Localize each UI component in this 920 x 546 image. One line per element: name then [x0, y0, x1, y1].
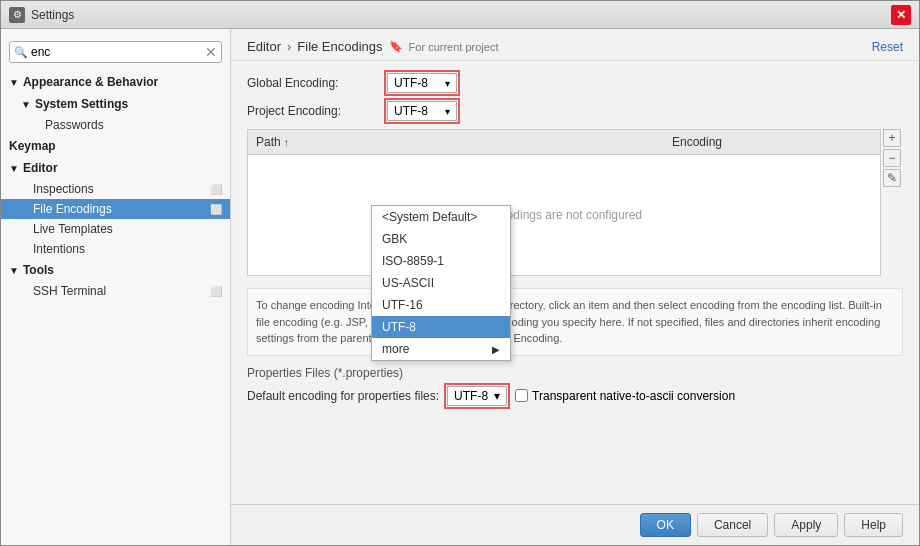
settings-window: ⚙ Settings ✕ 🔍 ✕ ▼ Appearance & Behavior… — [0, 0, 920, 546]
more-arrow-icon: ▶ — [492, 344, 500, 355]
reset-link[interactable]: Reset — [872, 40, 903, 54]
search-clear-icon[interactable]: ✕ — [205, 44, 217, 60]
bookmark-icon: 🔖 — [389, 40, 403, 53]
properties-encoding-label: Default encoding for properties files: — [247, 389, 439, 403]
breadcrumb-arrow-icon: › — [287, 39, 291, 54]
breadcrumb: Editor › File Encodings 🔖 For current pr… — [247, 39, 498, 54]
title-bar: ⚙ Settings ✕ — [1, 1, 919, 29]
main-header: Editor › File Encodings 🔖 For current pr… — [231, 29, 919, 61]
dropdown-item-more[interactable]: more ▶ — [372, 338, 510, 360]
sidebar: 🔍 ✕ ▼ Appearance & Behavior ▼ System Set… — [1, 29, 231, 545]
dropdown-arrow-icon: ▾ — [494, 389, 500, 403]
expand-arrow-icon: ▼ — [9, 77, 19, 88]
sidebar-item-appearance[interactable]: ▼ Appearance & Behavior — [1, 71, 230, 93]
encoding-column-header[interactable]: Encoding — [664, 133, 880, 151]
add-encoding-button[interactable]: + — [883, 129, 901, 147]
dropdown-item-iso-8859-1[interactable]: ISO-8859-1 — [372, 250, 510, 272]
sidebar-item-intentions[interactable]: Intentions — [1, 239, 230, 259]
path-column-header[interactable]: Path ↑ — [248, 133, 664, 151]
transparent-checkbox[interactable] — [515, 389, 528, 402]
search-box[interactable]: 🔍 ✕ — [9, 41, 222, 63]
dropdown-item-utf-16[interactable]: UTF-16 — [372, 294, 510, 316]
global-encoding-value: UTF-8 — [394, 76, 428, 90]
footer: OK Cancel Apply Help — [231, 504, 919, 545]
sort-asc-icon: ↑ — [284, 137, 289, 148]
table-action-buttons: + − ✎ — [883, 129, 901, 187]
description-text: To change encoding IntelliJ IDEA uses fo… — [256, 299, 882, 344]
global-encoding-dropdown[interactable]: UTF-8 ▾ — [387, 73, 457, 93]
sidebar-item-tools[interactable]: ▼ Tools — [1, 259, 230, 281]
dropdown-arrow-icon: ▾ — [445, 78, 450, 89]
transparent-checkbox-area: Transparent native-to-ascii conversion — [515, 389, 735, 403]
project-encoding-row: Project Encoding: UTF-8 ▾ — [247, 101, 903, 121]
inspections-icon: ⬜ — [210, 184, 222, 195]
table-body: Encodings are not configured — [248, 155, 880, 275]
window-title: Settings — [31, 8, 891, 22]
properties-encoding-dropdown[interactable]: UTF-8 ▾ — [447, 386, 507, 406]
global-encoding-label: Global Encoding: — [247, 76, 387, 90]
expand-arrow-icon: ▼ — [9, 163, 19, 174]
expand-arrow-icon: ▼ — [21, 99, 31, 110]
dropdown-item-us-ascii[interactable]: US-ASCII — [372, 272, 510, 294]
sidebar-item-ssh-terminal[interactable]: SSH Terminal ⬜ — [1, 281, 230, 301]
properties-section: Properties Files (*.properties) Default … — [247, 366, 903, 406]
table-container: Path ↑ Encoding Encodings are not config… — [247, 129, 881, 276]
edit-encoding-button[interactable]: ✎ — [883, 169, 901, 187]
search-input[interactable] — [31, 45, 205, 59]
properties-row: Default encoding for properties files: U… — [247, 386, 903, 406]
table-header: Path ↑ Encoding — [248, 130, 880, 155]
cancel-button[interactable]: Cancel — [697, 513, 768, 537]
content-area: 🔍 ✕ ▼ Appearance & Behavior ▼ System Set… — [1, 29, 919, 545]
properties-encoding-value: UTF-8 — [454, 389, 488, 403]
description-box: To change encoding IntelliJ IDEA uses fo… — [247, 288, 903, 356]
apply-button[interactable]: Apply — [774, 513, 838, 537]
ssh-icon: ⬜ — [210, 286, 222, 297]
dropdown-item-system-default[interactable]: <System Default> — [372, 206, 510, 228]
remove-encoding-button[interactable]: − — [883, 149, 901, 167]
main-content: Editor › File Encodings 🔖 For current pr… — [231, 29, 919, 545]
window-icon: ⚙ — [9, 7, 25, 23]
dropdown-arrow-icon: ▾ — [445, 106, 450, 117]
close-button[interactable]: ✕ — [891, 5, 911, 25]
sidebar-item-file-encodings[interactable]: File Encodings ⬜ — [1, 199, 230, 219]
transparent-label: Transparent native-to-ascii conversion — [532, 389, 735, 403]
main-body: Global Encoding: UTF-8 ▾ Project Encodin… — [231, 61, 919, 504]
expand-arrow-icon: ▼ — [9, 265, 19, 276]
project-label: For current project — [409, 41, 499, 53]
project-encoding-value: UTF-8 — [394, 104, 428, 118]
properties-section-title: Properties Files (*.properties) — [247, 366, 903, 380]
file-encodings-icon: ⬜ — [210, 204, 222, 215]
encoding-dropdown-menu: <System Default> GBK ISO-8859-1 US-ASCII — [371, 205, 511, 361]
project-encoding-dropdown[interactable]: UTF-8 ▾ — [387, 101, 457, 121]
breadcrumb-page: File Encodings — [297, 39, 382, 54]
ok-button[interactable]: OK — [640, 513, 691, 537]
dropdown-item-utf-8[interactable]: UTF-8 — [372, 316, 510, 338]
encodings-table: Path ↑ Encoding Encodings are not config… — [247, 129, 881, 276]
sidebar-item-inspections[interactable]: Inspections ⬜ — [1, 179, 230, 199]
dropdown-item-gbk[interactable]: GBK — [372, 228, 510, 250]
sidebar-item-system-settings[interactable]: ▼ System Settings — [1, 93, 230, 115]
sidebar-item-editor[interactable]: ▼ Editor — [1, 157, 230, 179]
help-button[interactable]: Help — [844, 513, 903, 537]
sidebar-item-keymap[interactable]: Keymap — [1, 135, 230, 157]
project-encoding-label: Project Encoding: — [247, 104, 387, 118]
global-encoding-row: Global Encoding: UTF-8 ▾ — [247, 73, 903, 93]
breadcrumb-editor: Editor — [247, 39, 281, 54]
sidebar-item-live-templates[interactable]: Live Templates — [1, 219, 230, 239]
search-icon: 🔍 — [14, 46, 28, 59]
sidebar-item-passwords[interactable]: Passwords — [1, 115, 230, 135]
